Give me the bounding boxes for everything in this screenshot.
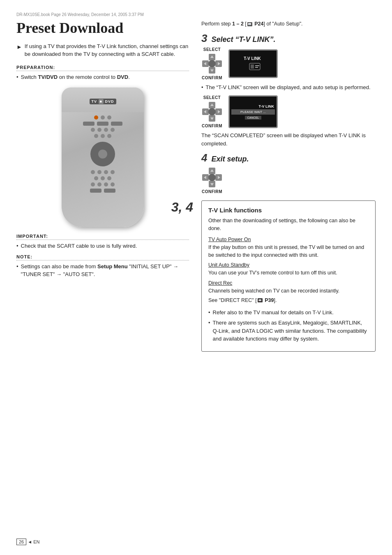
step4-number: 4 [201, 152, 207, 163]
page-num-box: 26 [16, 539, 26, 545]
preparation-text: Switch TV/DVD on the remote control to D… [21, 73, 130, 81]
step3-heading: 3 Select “T-V LINK”. [201, 33, 376, 44]
tvlink-section1-body: If the play button on this unit is press… [208, 244, 369, 259]
confirm-label-step4: CONFIRM [202, 189, 222, 194]
dpad-svg-2 [201, 101, 223, 122]
important-header: IMPORTANT: [16, 234, 189, 240]
sc-control-2: SELECT [201, 95, 223, 128]
select-label-1: SELECT [203, 47, 221, 52]
right-column: Perform step 1 – 2 [📖 P24] of "Auto Setu… [201, 20, 376, 352]
note-bullet-dot: • [16, 263, 18, 279]
book-icon: 📖 [247, 22, 252, 26]
tvlink-bullet2: • There are systems such as EasyLink, Me… [208, 319, 369, 343]
tv-dvd-switch: TV ■ DVD [90, 99, 116, 104]
remote-dpad [90, 142, 115, 166]
tv-screen-1: T-V LINK [228, 49, 278, 78]
step3-desc: Select “T-V LINK”. [211, 35, 275, 44]
tv-screen-2-line1: T-V LINK [231, 104, 275, 108]
tvlink-b2-dot: • [208, 319, 210, 343]
bullet-dot: • [16, 73, 18, 81]
dvd-bold: DVD [117, 74, 128, 80]
tvlink-section3-title: Direct Rec [208, 280, 369, 286]
select-label-2: SELECT [203, 95, 221, 100]
confirm-dpad-wrap: CONFIRM [201, 167, 223, 194]
select-confirm-diagram-2: SELECT [201, 95, 376, 128]
dpad-svg-3 [201, 167, 223, 188]
tvlink-bullets: • Refer also to the TV manual for detail… [208, 309, 369, 343]
tvlink-section2-body: You can use your TV’s remote control to … [208, 269, 369, 277]
select-confirm-diagram-1: SELECT [201, 47, 376, 80]
tv-icon-1 [249, 62, 261, 71]
step3-number: 3 [201, 33, 207, 44]
remote-buttons [62, 112, 144, 196]
intro-section: ► If using a TV that provides the T-V Li… [16, 42, 189, 58]
setup-menu-bold: Setup Menu [97, 263, 128, 269]
tvlink-b1-dot: • [208, 309, 210, 317]
tvlink-box-intro: Other than the downloading of settings, … [208, 217, 369, 233]
svg-point-4 [208, 60, 216, 67]
confirm-label-2: CONFIRM [202, 124, 222, 128]
dpad-svg-1 [201, 53, 223, 74]
tv-screen-2-content: T-V LINK PLEASE WAIT ... CANCEL [230, 103, 277, 121]
tvlink-bullet1: • Refer also to the TV manual for detail… [208, 309, 369, 317]
step4-heading: 4 Exit setup. [201, 152, 376, 164]
step-nums: 1 – 2 [232, 21, 244, 27]
important-item: • Check that the SCART cable to use is f… [16, 242, 189, 250]
tvlink-b1-text: Refer also to the TV manual for details … [213, 309, 334, 317]
remote-body: TV ■ DVD [62, 88, 144, 227]
tv-screen-1-content: T-V LINK [242, 55, 264, 72]
tv-screen-1-line1: T-V LINK [244, 56, 263, 61]
svg-point-26 [208, 174, 216, 181]
step3-bullet1-text: The “T-V LINK” screen will be displayed,… [206, 83, 371, 92]
remote-top: TV ■ DVD [62, 88, 144, 112]
important-bullet-dot: • [16, 242, 18, 250]
tv-screen-2-line2: PLEASE WAIT ... [231, 109, 275, 115]
tvlink-box-title: T-V Link functions [208, 207, 369, 214]
confirm-label-1: CONFIRM [202, 76, 222, 80]
file-info: DR-MX10SE.book Page 26 Wednesday, Decemb… [16, 12, 376, 17]
tv-dvd-bold: TV/DVD [38, 74, 58, 80]
book-icon-2: 📖 [258, 298, 263, 302]
svg-rect-12 [255, 67, 258, 68]
svg-point-17 [208, 108, 216, 115]
tv-screen-2: T-V LINK PLEASE WAIT ... CANCEL [228, 95, 278, 128]
scan-completed-text: The “SCAN COMPLETED” screen will be disp… [201, 131, 376, 147]
page-number: 26 ◄ EN [16, 539, 40, 545]
step3-bullet1: • The “T-V LINK” screen will be displaye… [201, 83, 376, 92]
important-text: Check that the SCART cable to use is ful… [21, 242, 137, 250]
tvlink-section2-title: Unit Auto Standby [208, 262, 369, 268]
bullet-dot-r1: • [201, 83, 203, 92]
svg-rect-10 [251, 64, 254, 69]
step4-desc: Exit setup. [211, 155, 249, 164]
preparation-item: • Switch TV/DVD on the remote control to… [16, 73, 189, 81]
perform-step: Perform step 1 – 2 [📖 P24] of "Auto Setu… [201, 20, 376, 28]
preparation-header: PREPARATION: [16, 65, 189, 71]
arrow-bullet: ► [16, 43, 22, 58]
tvlink-section3-body: Channels being watched on TV can be reco… [208, 287, 369, 295]
note-item: • Settings can also be made from Setup M… [16, 263, 189, 279]
tvlink-box: T-V Link functions Other than the downlo… [201, 200, 376, 351]
remote-illustration: TV ■ DVD [16, 88, 189, 227]
page-title: Preset Download [16, 20, 189, 37]
left-column: Preset Download ► If using a TV that pro… [16, 20, 189, 352]
svg-rect-11 [255, 65, 259, 66]
confirm-only-diagram: CONFIRM [201, 167, 376, 194]
tvlink-section1-title: TV Auto Power On [208, 237, 369, 242]
note-text: Settings can also be made from Setup Men… [21, 263, 189, 279]
step-34-label: 3, 4 [171, 200, 193, 215]
sc-control-1: SELECT [201, 47, 223, 80]
page-en-label: ◄ EN [28, 539, 39, 544]
tvlink-b2-text: There are systems such as EasyLink, Mega… [213, 319, 369, 343]
note-header: NOTE: [16, 254, 189, 260]
intro-text: If using a TV that provides the T-V Link… [25, 42, 189, 58]
tvlink-see: See "DIRECT REC" [📖 P39]. [208, 297, 369, 304]
tv-screen-2-line3: CANCEL [245, 116, 261, 120]
